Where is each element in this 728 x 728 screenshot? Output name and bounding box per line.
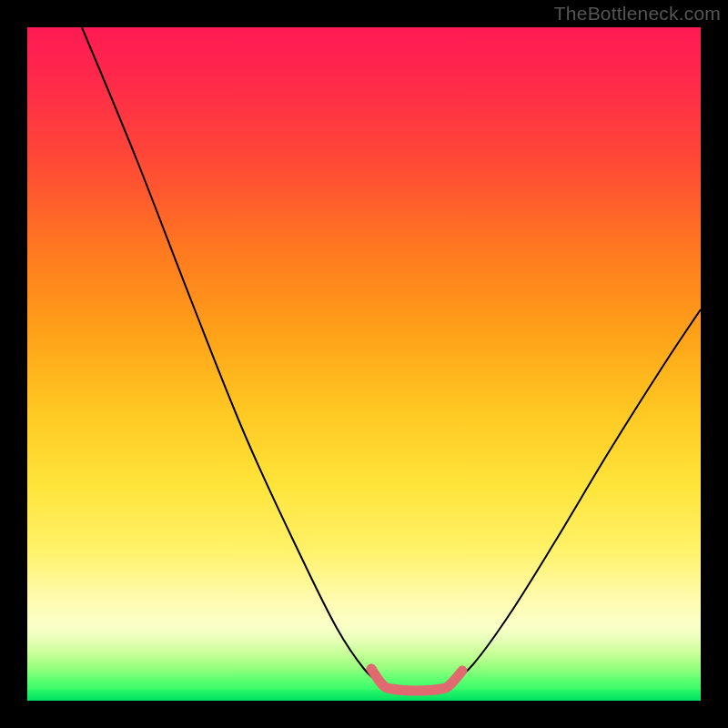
curve-layer bbox=[27, 27, 701, 701]
series-right-branch bbox=[450, 309, 701, 684]
series-valley-highlight bbox=[371, 669, 462, 691]
chart-frame: TheBottleneck.com bbox=[0, 0, 728, 728]
watermark-text: TheBottleneck.com bbox=[554, 3, 721, 25]
plot-area bbox=[27, 27, 701, 701]
series-left-branch bbox=[82, 27, 382, 684]
